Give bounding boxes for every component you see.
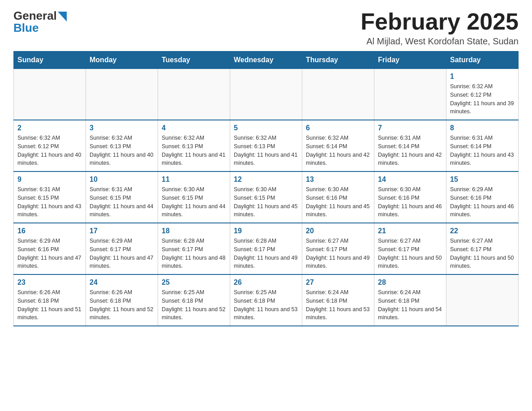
calendar-cell: 26Sunrise: 6:25 AMSunset: 6:18 PMDayligh…: [230, 274, 302, 326]
day-number: 27: [306, 278, 370, 287]
header-cell-friday: Friday: [374, 51, 446, 69]
header-row: SundayMondayTuesdayWednesdayThursdayFrid…: [14, 51, 519, 69]
calendar-cell: 14Sunrise: 6:30 AMSunset: 6:16 PMDayligh…: [374, 171, 446, 223]
header-cell-sunday: Sunday: [14, 51, 86, 69]
calendar-cell: 18Sunrise: 6:28 AMSunset: 6:17 PMDayligh…: [158, 223, 230, 274]
calendar-cell: 2Sunrise: 6:32 AMSunset: 6:12 PMDaylight…: [14, 120, 86, 171]
day-number: 28: [378, 278, 442, 287]
calendar-cell: 11Sunrise: 6:30 AMSunset: 6:15 PMDayligh…: [158, 171, 230, 223]
day-number: 25: [162, 278, 226, 287]
svg-marker-0: [58, 12, 67, 21]
calendar-cell: 8Sunrise: 6:31 AMSunset: 6:14 PMDaylight…: [446, 120, 519, 171]
day-number: 3: [90, 124, 154, 132]
day-info: Sunrise: 6:27 AMSunset: 6:17 PMDaylight:…: [306, 237, 370, 270]
calendar-cell: [302, 69, 374, 120]
header-cell-thursday: Thursday: [302, 51, 374, 69]
day-info: Sunrise: 6:30 AMSunset: 6:16 PMDaylight:…: [306, 185, 370, 219]
header-cell-monday: Monday: [86, 51, 158, 69]
day-info: Sunrise: 6:31 AMSunset: 6:14 PMDaylight:…: [378, 134, 442, 167]
calendar-cell: 23Sunrise: 6:26 AMSunset: 6:18 PMDayligh…: [14, 274, 86, 326]
calendar-week-4: 16Sunrise: 6:29 AMSunset: 6:16 PMDayligh…: [14, 223, 519, 274]
calendar-week-1: 1Sunrise: 6:32 AMSunset: 6:12 PMDaylight…: [14, 69, 519, 120]
calendar-body: 1Sunrise: 6:32 AMSunset: 6:12 PMDaylight…: [14, 69, 519, 326]
day-number: 14: [378, 176, 442, 184]
day-info: Sunrise: 6:26 AMSunset: 6:18 PMDaylight:…: [90, 288, 154, 322]
day-number: 18: [162, 227, 226, 235]
day-info: Sunrise: 6:31 AMSunset: 6:15 PMDaylight:…: [17, 185, 82, 219]
day-number: 5: [234, 124, 298, 132]
calendar-cell: 13Sunrise: 6:30 AMSunset: 6:16 PMDayligh…: [302, 171, 374, 223]
day-number: 20: [306, 227, 370, 235]
calendar-cell: [446, 274, 519, 326]
day-number: 6: [306, 124, 370, 132]
calendar-cell: 16Sunrise: 6:29 AMSunset: 6:16 PMDayligh…: [14, 223, 86, 274]
logo-arrow-icon: [58, 12, 67, 21]
month-title: February 2025: [360, 9, 519, 34]
calendar-cell: 25Sunrise: 6:25 AMSunset: 6:18 PMDayligh…: [158, 274, 230, 326]
calendar-cell: 24Sunrise: 6:26 AMSunset: 6:18 PMDayligh…: [86, 274, 158, 326]
calendar-cell: 28Sunrise: 6:24 AMSunset: 6:18 PMDayligh…: [374, 274, 446, 326]
calendar-cell: 12Sunrise: 6:30 AMSunset: 6:15 PMDayligh…: [230, 171, 302, 223]
day-info: Sunrise: 6:29 AMSunset: 6:16 PMDaylight:…: [450, 185, 515, 219]
day-number: 9: [17, 176, 82, 184]
calendar-cell: [14, 69, 86, 120]
day-number: 11: [162, 176, 226, 184]
day-number: 13: [306, 176, 370, 184]
calendar-week-5: 23Sunrise: 6:26 AMSunset: 6:18 PMDayligh…: [14, 274, 519, 326]
calendar-cell: 7Sunrise: 6:31 AMSunset: 6:14 PMDaylight…: [374, 120, 446, 171]
calendar-cell: [86, 69, 158, 120]
page-header: General Blue February 2025 Al Mijlad, We…: [13, 9, 519, 47]
calendar-cell: [374, 69, 446, 120]
day-number: 2: [17, 124, 82, 132]
day-info: Sunrise: 6:28 AMSunset: 6:17 PMDaylight:…: [234, 237, 298, 270]
calendar-cell: 19Sunrise: 6:28 AMSunset: 6:17 PMDayligh…: [230, 223, 302, 274]
calendar-cell: 20Sunrise: 6:27 AMSunset: 6:17 PMDayligh…: [302, 223, 374, 274]
title-section: February 2025 Al Mijlad, West Kordofan S…: [360, 9, 519, 47]
calendar-cell: 22Sunrise: 6:27 AMSunset: 6:17 PMDayligh…: [446, 223, 519, 274]
day-number: 4: [162, 124, 226, 132]
day-number: 12: [234, 176, 298, 184]
day-number: 19: [234, 227, 298, 235]
calendar-week-3: 9Sunrise: 6:31 AMSunset: 6:15 PMDaylight…: [14, 171, 519, 223]
day-number: 17: [90, 227, 154, 235]
day-info: Sunrise: 6:27 AMSunset: 6:17 PMDaylight:…: [378, 237, 442, 270]
calendar-cell: 3Sunrise: 6:32 AMSunset: 6:13 PMDaylight…: [86, 120, 158, 171]
day-info: Sunrise: 6:25 AMSunset: 6:18 PMDaylight:…: [234, 288, 298, 322]
day-info: Sunrise: 6:29 AMSunset: 6:17 PMDaylight:…: [90, 237, 154, 270]
calendar-cell: 27Sunrise: 6:24 AMSunset: 6:18 PMDayligh…: [302, 274, 374, 326]
location-subtitle: Al Mijlad, West Kordofan State, Sudan: [360, 36, 519, 47]
day-info: Sunrise: 6:30 AMSunset: 6:15 PMDaylight:…: [234, 185, 298, 219]
logo-text-blue: Blue: [13, 21, 39, 35]
day-number: 7: [378, 124, 442, 132]
day-info: Sunrise: 6:32 AMSunset: 6:12 PMDaylight:…: [450, 82, 515, 116]
day-info: Sunrise: 6:24 AMSunset: 6:18 PMDaylight:…: [306, 288, 370, 322]
day-number: 1: [450, 73, 515, 81]
logo: General Blue: [13, 9, 67, 35]
calendar-cell: 6Sunrise: 6:32 AMSunset: 6:14 PMDaylight…: [302, 120, 374, 171]
header-cell-wednesday: Wednesday: [230, 51, 302, 69]
day-info: Sunrise: 6:30 AMSunset: 6:15 PMDaylight:…: [162, 185, 226, 219]
calendar-cell: 10Sunrise: 6:31 AMSunset: 6:15 PMDayligh…: [86, 171, 158, 223]
calendar-cell: [158, 69, 230, 120]
day-info: Sunrise: 6:27 AMSunset: 6:17 PMDaylight:…: [450, 237, 515, 270]
day-number: 15: [450, 176, 515, 184]
day-info: Sunrise: 6:25 AMSunset: 6:18 PMDaylight:…: [162, 288, 226, 322]
day-number: 16: [17, 227, 82, 235]
header-cell-tuesday: Tuesday: [158, 51, 230, 69]
day-info: Sunrise: 6:24 AMSunset: 6:18 PMDaylight:…: [378, 288, 442, 322]
day-number: 23: [17, 278, 82, 287]
day-number: 10: [90, 176, 154, 184]
day-info: Sunrise: 6:32 AMSunset: 6:13 PMDaylight:…: [234, 134, 298, 167]
day-info: Sunrise: 6:31 AMSunset: 6:14 PMDaylight:…: [450, 134, 515, 167]
calendar-cell: [230, 69, 302, 120]
day-number: 22: [450, 227, 515, 235]
calendar-cell: 5Sunrise: 6:32 AMSunset: 6:13 PMDaylight…: [230, 120, 302, 171]
day-number: 21: [378, 227, 442, 235]
day-info: Sunrise: 6:26 AMSunset: 6:18 PMDaylight:…: [17, 288, 82, 322]
calendar-cell: 4Sunrise: 6:32 AMSunset: 6:13 PMDaylight…: [158, 120, 230, 171]
calendar-header: SundayMondayTuesdayWednesdayThursdayFrid…: [14, 51, 519, 69]
calendar-cell: 17Sunrise: 6:29 AMSunset: 6:17 PMDayligh…: [86, 223, 158, 274]
calendar-cell: 21Sunrise: 6:27 AMSunset: 6:17 PMDayligh…: [374, 223, 446, 274]
calendar-table: SundayMondayTuesdayWednesdayThursdayFrid…: [13, 51, 519, 326]
calendar-cell: 1Sunrise: 6:32 AMSunset: 6:12 PMDaylight…: [446, 69, 519, 120]
